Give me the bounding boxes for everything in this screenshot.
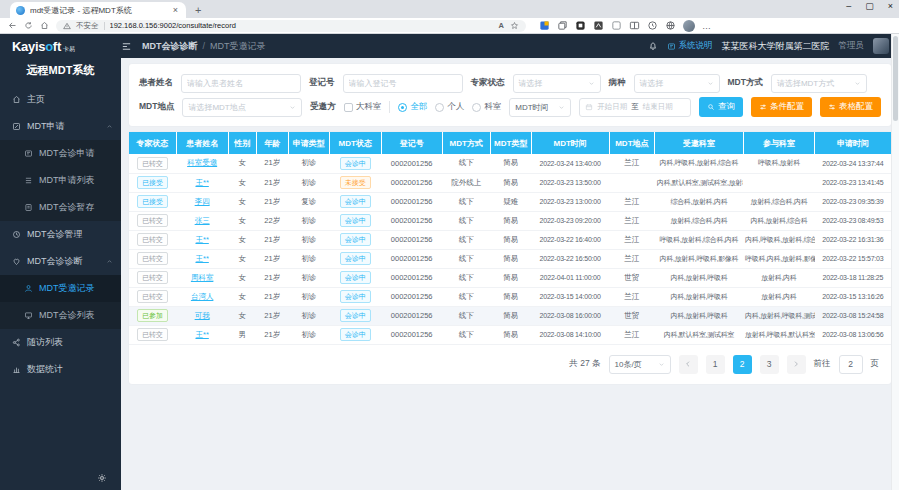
page-number-button[interactable]: 2	[733, 355, 752, 374]
breadcrumb-parent[interactable]: MDT会诊诊断	[142, 40, 198, 53]
mdt-place-cell: 兰江	[609, 249, 655, 268]
notification-bell-icon[interactable]	[648, 41, 658, 51]
disease-select[interactable]: 请选择	[634, 74, 720, 93]
table-row[interactable]: 已转交张三女22岁初诊会诊中0002001256线下简易2022-03-23 0…	[129, 211, 891, 230]
patient-name-link[interactable]: 可我	[195, 311, 210, 320]
table-row[interactable]: 已转交王**女21岁初诊会诊中0002001256线下简易2022-03-22 …	[129, 230, 891, 249]
window-maximize-icon[interactable]: ▢	[865, 2, 874, 11]
new-tab-button[interactable]: +	[195, 5, 201, 18]
jump-page-input[interactable]	[839, 355, 863, 374]
table-row[interactable]: 已转交王**女21岁初诊会诊中0002001256线下简易2022-03-22 …	[129, 249, 891, 268]
page-number-button[interactable]: 3	[760, 355, 779, 374]
radio-personal[interactable]: 个人	[435, 101, 464, 113]
table-row[interactable]: 已参加可我女21岁初诊会诊中0002001256线下简易2022-03-08 1…	[129, 306, 891, 325]
column-header: 专家状态	[129, 132, 176, 154]
table-config-button[interactable]: 表格配置	[820, 97, 881, 117]
extension-icon-4[interactable]	[593, 20, 604, 31]
mdt-place-select[interactable]: 请选择MDT地点	[182, 98, 302, 117]
table-row[interactable]: 已转交台湾人女21岁初诊会诊中0002001256线下简易2022-03-15 …	[129, 287, 891, 306]
table-row[interactable]: 已接受王**女21岁初诊未接受0002001256院外线上简易2022-03-2…	[129, 173, 891, 192]
expert-status-cell: 已转交	[129, 249, 176, 268]
bookmark-star-icon[interactable]	[510, 21, 519, 30]
back-icon[interactable]	[8, 21, 17, 30]
page-number-button[interactable]: 1	[706, 355, 725, 374]
tab-title: mdt受邀记录 - 远程MDT系统	[30, 5, 166, 16]
extension-icon-3[interactable]	[575, 20, 586, 31]
sidebar-item-apply-list[interactable]: MDT申请列表	[0, 167, 121, 194]
sidebar-item-consult-manage[interactable]: MDT会诊管理	[0, 221, 121, 248]
time-field-select[interactable]: MDT时间	[509, 98, 571, 117]
sidebar-item-consult-list[interactable]: MDT会诊列表	[0, 302, 121, 329]
sidebar-collapse-icon[interactable]	[121, 41, 132, 52]
condition-config-button[interactable]: 条件配置	[751, 97, 812, 117]
tab-close-icon[interactable]: ×	[171, 6, 180, 15]
mdt-status-cell: 会诊中	[329, 154, 381, 173]
system-help-link[interactable]: 系统说明	[667, 40, 713, 52]
mdt-status-tag: 会诊中	[340, 309, 371, 322]
favorites-hub-icon[interactable]	[665, 20, 676, 31]
user-avatar[interactable]	[873, 38, 889, 54]
patient-name-link[interactable]: 王**	[195, 235, 208, 244]
table-row[interactable]: 已接受李四女21岁复诊会诊中0002001256线下疑难2022-03-23 1…	[129, 192, 891, 211]
patient-name-cell: 周科室	[176, 268, 228, 287]
radio-dept[interactable]: 科室	[472, 101, 501, 113]
split-screen-icon[interactable]	[629, 20, 640, 31]
page-size-select[interactable]: 10条/页	[609, 355, 671, 374]
patient-name-input[interactable]	[181, 74, 301, 93]
sidebar-item-followup-list[interactable]: 随访列表	[0, 329, 121, 356]
scrollbar-thumb[interactable]	[893, 36, 898, 121]
browser-menu-icon[interactable]: …	[702, 21, 712, 31]
radio-all[interactable]: 全部	[398, 101, 427, 113]
big-dept-checkbox[interactable]: 大科室	[344, 101, 382, 113]
sidebar-item-consult-draft[interactable]: MDT会诊暂存	[0, 194, 121, 221]
home-browser-icon[interactable]	[40, 21, 49, 30]
invited-depts-cell: 内科,默认科室,测试科室,放射科	[655, 173, 743, 192]
expert-status-select[interactable]: 请选择	[513, 74, 601, 93]
refresh-icon[interactable]	[24, 21, 33, 30]
patient-name-link[interactable]: 科室受邀	[187, 158, 217, 167]
next-page-button[interactable]	[787, 355, 806, 374]
sidebar-item-consult-diagnose[interactable]: MDT会诊诊断	[0, 248, 121, 275]
mdt-mode-cell: 线下	[442, 268, 490, 287]
patient-name-link[interactable]: 周科室	[191, 273, 214, 282]
search-button[interactable]: 查询	[699, 97, 743, 117]
table-row[interactable]: 已转交周科室女21岁初诊会诊中0002001256线下简易2022-04-01 …	[129, 268, 891, 287]
settings-gear-icon[interactable]	[97, 473, 107, 483]
window-close-icon[interactable]: ×	[888, 2, 893, 11]
extension-icon-1[interactable]	[539, 20, 550, 31]
patient-name-link[interactable]: 台湾人	[191, 292, 214, 301]
sidebar-item-home[interactable]: 主页	[0, 86, 121, 113]
sidebar-item-statistics[interactable]: 数据统计	[0, 356, 121, 383]
mdt-mode-select[interactable]: 请选择MDT方式	[771, 74, 867, 93]
patient-name-link[interactable]: 李四	[195, 197, 210, 206]
sidebar-item-consult-apply[interactable]: MDT会诊申请	[0, 140, 121, 167]
reg-no-input[interactable]	[343, 74, 463, 93]
read-aloud-icon[interactable]: A	[499, 21, 504, 30]
mdt-place-cell	[609, 173, 655, 192]
reg-no-cell: 0002001256	[381, 306, 442, 325]
extension-icon-5[interactable]	[611, 20, 622, 31]
sidebar-item-mdt-apply[interactable]: MDT申请	[0, 113, 121, 140]
mdt-place-cell: 世贸	[609, 306, 655, 325]
sidebar-item-invited-records[interactable]: MDT受邀记录	[0, 275, 121, 302]
patient-name-link[interactable]: 王**	[195, 178, 208, 187]
table-row[interactable]: 已转交王**男21岁初诊会诊中0002001256线下简易2022-03-08 …	[129, 325, 891, 344]
scrollbar[interactable]	[891, 34, 899, 490]
mdt-time-cell: 2022-03-22 16:40:00	[531, 230, 609, 249]
table-row[interactable]: 已转交科室受邀女21岁初诊会诊中0002001256线下简易2022-03-24…	[129, 154, 891, 173]
prev-page-button[interactable]	[679, 355, 698, 374]
patient-name-link[interactable]: 张三	[195, 216, 210, 225]
age-cell: 21岁	[256, 154, 288, 173]
window-minimize-icon[interactable]: –	[846, 2, 851, 11]
apply-type-cell: 初诊	[288, 325, 329, 344]
url-field[interactable]: 不安全 192.168.0.156:9002/consultate/record…	[56, 20, 526, 32]
patient-name-link[interactable]: 王**	[195, 330, 208, 339]
column-header: 登记号	[381, 132, 442, 154]
date-range-picker[interactable]: 开始日期 至 结束日期	[579, 98, 691, 117]
browser-profile-avatar[interactable]	[683, 20, 695, 32]
browser-essentials-icon[interactable]	[647, 20, 658, 31]
browser-tab[interactable]: mdt受邀记录 - 远程MDT系统 ×	[10, 2, 186, 18]
extension-icon-2[interactable]	[557, 20, 568, 31]
patient-name-link[interactable]: 王**	[195, 254, 208, 263]
mdt-time-cell: 2022-03-08 16:00:00	[531, 306, 609, 325]
